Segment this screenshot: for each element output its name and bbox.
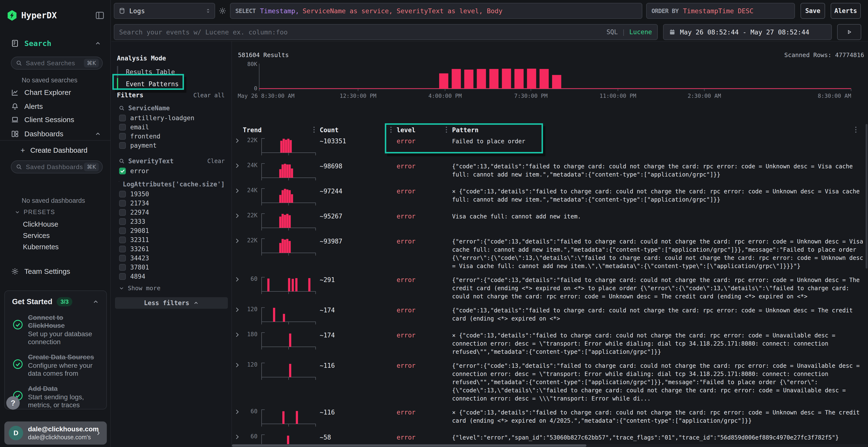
column-drag-handle-icon[interactable] xyxy=(446,127,447,133)
checkbox[interactable] xyxy=(119,115,126,122)
column-header-count[interactable]: Count xyxy=(320,126,339,134)
cache-size-filter-option[interactable]: 2333 xyxy=(119,218,227,225)
pattern-text[interactable]: Visa cache full: cannot add new item. xyxy=(452,212,864,220)
checkbox[interactable] xyxy=(119,209,126,216)
less-filters-button[interactable]: Less filters xyxy=(115,297,228,309)
get-started-item[interactable]: Create Data SourcesConfigure where your … xyxy=(12,353,99,377)
saved-searches-search[interactable]: ⌘K xyxy=(11,57,103,70)
get-started-item[interactable]: Add DataStart sending logs, metrics, or … xyxy=(12,385,99,409)
horizontal-scrollbar[interactable] xyxy=(232,444,586,447)
preset-kubernetes[interactable]: Kubernetes xyxy=(23,243,59,251)
lang-lucene-toggle[interactable]: Lucene xyxy=(629,28,652,36)
column-drag-handle-icon[interactable] xyxy=(313,127,315,133)
sidebar-item-chart-explorer[interactable]: Chart Explorer xyxy=(0,87,111,98)
cache-size-filter-option[interactable]: 4894 xyxy=(119,273,227,280)
preset-services[interactable]: Services xyxy=(23,232,50,240)
chevron-up-icon[interactable] xyxy=(92,299,99,305)
mode-results-table[interactable]: Results Table xyxy=(117,66,224,78)
servicename-filter-option[interactable]: frontend xyxy=(119,133,227,140)
pattern-text[interactable]: {"error":{"code":13,"details":"failed to… xyxy=(452,276,864,301)
vertical-scrollbar[interactable] xyxy=(866,124,868,269)
alerts-button[interactable]: Alerts xyxy=(831,3,861,19)
table-options-icon[interactable] xyxy=(855,127,857,133)
chevron-up-icon[interactable] xyxy=(94,40,101,47)
cache-size-filter-option[interactable]: 37801 xyxy=(119,264,227,271)
saved-dashboards-input[interactable] xyxy=(26,163,84,171)
cache-size-filter-option[interactable]: 19350 xyxy=(119,191,227,198)
pattern-row[interactable]: 60~291error{"error":{"code":13,"details"… xyxy=(232,276,868,301)
pattern-row[interactable]: 24K~98698error{"code":13,"details":"fail… xyxy=(232,162,868,182)
saved-dashboards-search[interactable]: ⌘K xyxy=(11,161,103,173)
get-started-item[interactable]: Connect to ClickHouseSet up your databas… xyxy=(12,314,99,346)
cache-size-filter-option[interactable]: 34423 xyxy=(119,255,227,262)
pattern-row[interactable]: 180~174error× {"code":13,"details":"fail… xyxy=(232,332,868,356)
chevron-up-icon[interactable] xyxy=(94,131,101,137)
servicename-filter-option[interactable]: payment xyxy=(119,142,227,149)
clear-all-button[interactable]: Clear all xyxy=(193,92,225,99)
user-menu[interactable]: D dale@clickhouse.com dale@clickhouse.co… xyxy=(4,421,107,445)
sidebar-item-client-sessions[interactable]: Client Sessions xyxy=(0,114,111,126)
search-icon[interactable] xyxy=(119,181,119,187)
lang-sql-toggle[interactable]: SQL xyxy=(607,28,618,36)
pattern-row[interactable]: 22K~103351errorFailed to place order xyxy=(232,137,868,157)
pattern-row[interactable]: 120~116error{"error":{"code":13,"details… xyxy=(232,362,868,403)
checkbox[interactable] xyxy=(119,168,126,174)
mode-event-patterns[interactable]: Event Patterns xyxy=(117,78,224,90)
pattern-text[interactable]: {"error":{"code":13,"details":"failed to… xyxy=(452,238,864,270)
checkbox[interactable] xyxy=(119,255,126,262)
help-button[interactable]: ? xyxy=(6,396,20,410)
checkbox[interactable] xyxy=(119,264,126,271)
pattern-text[interactable]: {"level":"error","span_id":"53060b827c62… xyxy=(452,434,864,442)
pattern-text[interactable]: {"code":13,"details":"failed to charge c… xyxy=(452,306,864,323)
sidebar-item-team-settings[interactable]: Team Settings xyxy=(0,266,111,277)
show-more-button[interactable]: Show more xyxy=(119,285,160,291)
save-button[interactable]: Save xyxy=(801,3,825,19)
checkbox[interactable] xyxy=(119,218,126,225)
sidebar-collapse-icon[interactable] xyxy=(95,10,105,20)
cache-size-filter-option[interactable]: 22974 xyxy=(119,209,227,216)
source-select[interactable]: Logs xyxy=(114,3,215,19)
sidebar-item-dashboards[interactable]: Dashboards xyxy=(0,128,111,140)
pattern-text[interactable]: × {"code":13,"details":"failed to charge… xyxy=(452,409,864,425)
checkbox[interactable] xyxy=(119,200,126,207)
sidebar-item-search[interactable]: Search xyxy=(0,38,111,49)
column-header-trend[interactable]: Trend xyxy=(243,126,261,134)
cache-size-filter-option[interactable]: 32311 xyxy=(119,237,227,243)
results-histogram[interactable]: 80K0May 26 8:30:00 AM12:30:00 PM4:00:00 … xyxy=(232,61,867,102)
column-header-pattern[interactable]: Pattern xyxy=(452,126,478,134)
checkbox[interactable] xyxy=(119,273,126,280)
pattern-row[interactable]: 24K~97244error× {"code":13,"details":"fa… xyxy=(232,187,868,207)
checkbox[interactable] xyxy=(119,237,126,243)
checkbox[interactable] xyxy=(119,227,126,234)
saved-searches-input[interactable] xyxy=(26,60,84,67)
event-search-bar[interactable]: Search your events w/ Lucene ex. column:… xyxy=(114,24,658,40)
checkbox[interactable] xyxy=(119,246,126,252)
search-icon[interactable] xyxy=(119,158,125,164)
servicename-filter-option[interactable]: artillery-loadgen xyxy=(119,115,227,122)
time-range-picker[interactable]: May 26 08:52:44 - May 27 08:52:44 xyxy=(663,24,832,40)
checkbox[interactable] xyxy=(119,191,126,198)
clear-group-button[interactable]: Clear xyxy=(207,158,225,165)
pattern-text[interactable]: × {"code":13,"details":"failed to charge… xyxy=(452,187,864,204)
search-icon[interactable] xyxy=(119,105,125,111)
pattern-text[interactable]: {"error":{"code":13,"details":"failed to… xyxy=(452,362,864,403)
pattern-row[interactable]: 60~116error× {"code":13,"details":"faile… xyxy=(232,409,868,428)
pattern-row[interactable]: 22K~95267errorVisa cache full: cannot ad… xyxy=(232,212,868,232)
sidebar-item-alerts[interactable]: Alerts xyxy=(0,101,111,112)
cache-size-filter-option[interactable]: 21734 xyxy=(119,200,227,207)
orderby-input[interactable]: ORDER BY TimestampTime DESC xyxy=(646,3,795,19)
preset-clickhouse[interactable]: ClickHouse xyxy=(23,220,58,228)
source-settings-gear-icon[interactable] xyxy=(218,7,227,15)
checkbox[interactable] xyxy=(119,124,126,131)
run-query-button[interactable] xyxy=(837,24,861,40)
cache-size-filter-option[interactable]: 29081 xyxy=(119,227,227,234)
severitytext-filter-option[interactable]: error xyxy=(119,168,227,174)
create-dashboard-button[interactable]: + Create Dashboard xyxy=(0,144,111,156)
pattern-row[interactable]: 22K~93987error{"error":{"code":13,"detai… xyxy=(232,238,868,270)
presets-toggle[interactable]: PRESETS xyxy=(14,209,55,215)
pattern-text[interactable]: × {"code":13,"details":"failed to charge… xyxy=(452,332,864,356)
pattern-text[interactable]: {"code":13,"details":"failed to charge c… xyxy=(452,162,864,179)
pattern-row[interactable]: 120~174error{"code":13,"details":"failed… xyxy=(232,306,868,325)
pattern-text[interactable]: Failed to place order xyxy=(452,137,864,145)
checkbox[interactable] xyxy=(119,142,126,149)
